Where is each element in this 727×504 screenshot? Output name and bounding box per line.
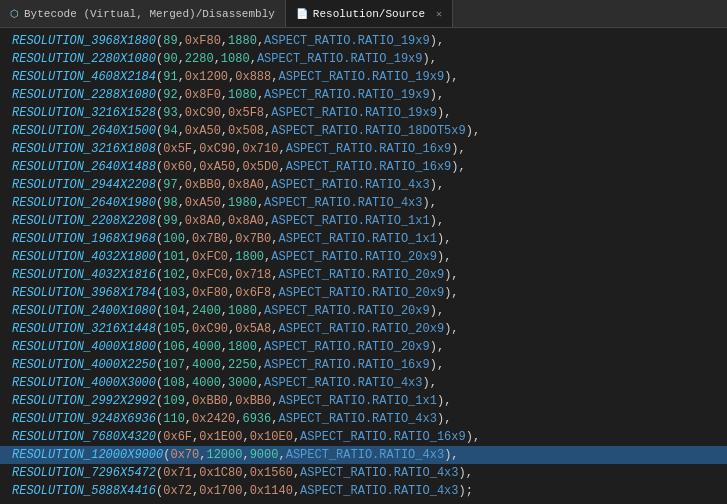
code-line: RESOLUTION_3216X1808(0x5F, 0xC90, 0x710,… [0, 140, 727, 158]
code-line: RESOLUTION_4032X1800(101, 0xFC0, 1800, A… [0, 248, 727, 266]
arg-hex: 0x8F0 [185, 86, 221, 104]
resolution-name: RESOLUTION_5888X4416 [12, 482, 156, 500]
arg-hex: 0x6F [163, 428, 192, 446]
arg-hex: 0xFC0 [192, 248, 228, 266]
arg-aspect: ASPECT_RATIO.RATIO_20x9 [278, 284, 444, 302]
arg-num: 108 [163, 374, 185, 392]
arg-hex: 0x10E0 [250, 428, 293, 446]
arg-hex: 0x508 [228, 122, 264, 140]
arg-hex: 0x5F8 [228, 104, 264, 122]
code-line: RESOLUTION_4608X2184(91, 0x1200, 0x888, … [0, 68, 727, 86]
arg-hex: 0x1560 [250, 464, 293, 482]
arg-aspect: ASPECT_RATIO.RATIO_19x9 [264, 86, 430, 104]
arg-num: 4000 [192, 338, 221, 356]
arg-hex: 0xF80 [185, 32, 221, 50]
arg-num: 90 [163, 50, 177, 68]
close-icon[interactable]: ✕ [436, 8, 442, 20]
arg-num: 93 [163, 104, 177, 122]
resolution-name: RESOLUTION_1968X1968 [12, 230, 156, 248]
arg-aspect: ASPECT_RATIO.RATIO_1x1 [271, 212, 429, 230]
code-line: RESOLUTION_9248X6936(110, 0x2420, 6936, … [0, 410, 727, 428]
arg-aspect: ASPECT_RATIO.RATIO_16x9 [264, 356, 430, 374]
arg-aspect: ASPECT_RATIO.RATIO_19x9 [257, 50, 423, 68]
arg-hex: 0xBB0 [192, 392, 228, 410]
arg-hex: 0x1700 [199, 482, 242, 500]
resolution-name: RESOLUTION_3216X1528 [12, 104, 156, 122]
arg-num: 6936 [242, 410, 271, 428]
arg-hex: 0x5F [163, 140, 192, 158]
tab-resolution[interactable]: 📄 Resolution/Source ✕ [286, 0, 453, 27]
arg-hex: 0xC90 [185, 104, 221, 122]
resolution-name: RESOLUTION_2640X1980 [12, 194, 156, 212]
arg-aspect: ASPECT_RATIO.RATIO_20x9 [278, 266, 444, 284]
code-area: RESOLUTION_3968X1880(89, 0xF80, 1880, AS… [0, 28, 727, 504]
resolution-name: RESOLUTION_4000X2250 [12, 356, 156, 374]
code-line: RESOLUTION_1968X1968(100, 0x7B0, 0x7B0, … [0, 230, 727, 248]
arg-hex: 0xFC0 [192, 266, 228, 284]
resolution-name: RESOLUTION_2400X1080 [12, 302, 156, 320]
code-line: RESOLUTION_3216X1528(93, 0xC90, 0x5F8, A… [0, 104, 727, 122]
arg-aspect: ASPECT_RATIO.RATIO_18DOT5x9 [271, 122, 465, 140]
arg-num: 1980 [228, 194, 257, 212]
resolution-name: RESOLUTION_2640X1500 [12, 122, 156, 140]
resolution-name: RESOLUTION_4608X2184 [12, 68, 156, 86]
tab-bytecode-label: Bytecode (Virtual, Merged)/Disassembly [24, 8, 275, 20]
arg-hex: 0x1C80 [199, 464, 242, 482]
tab-resolution-label: Resolution/Source [313, 8, 425, 20]
arg-aspect: ASPECT_RATIO.RATIO_4x3 [264, 374, 422, 392]
arg-hex: 0x5D0 [242, 158, 278, 176]
arg-num: 92 [163, 86, 177, 104]
resolution-name: RESOLUTION_3216X1808 [12, 140, 156, 158]
arg-num: 1800 [235, 248, 264, 266]
code-line: RESOLUTION_4000X1800(106, 4000, 1800, AS… [0, 338, 727, 356]
arg-hex: 0xF80 [192, 284, 228, 302]
arg-hex: 0xBB0 [185, 176, 221, 194]
arg-hex: 0x6F8 [235, 284, 271, 302]
arg-hex: 0x8A0 [185, 212, 221, 230]
arg-hex: 0x2420 [192, 410, 235, 428]
arg-num: 102 [163, 266, 185, 284]
arg-num: 109 [163, 392, 185, 410]
arg-hex: 0x718 [235, 266, 271, 284]
arg-num: 105 [163, 320, 185, 338]
arg-num: 1880 [228, 32, 257, 50]
resolution-name: RESOLUTION_4000X1800 [12, 338, 156, 356]
resolution-name: RESOLUTION_4000X3000 [12, 374, 156, 392]
arg-num: 110 [163, 410, 185, 428]
arg-num: 2250 [228, 356, 257, 374]
arg-hex: 0x7B0 [235, 230, 271, 248]
arg-hex: 0xA50 [185, 122, 221, 140]
arg-num: 2400 [192, 302, 221, 320]
code-line: RESOLUTION_7680X4320(0x6F, 0x1E00, 0x10E… [0, 428, 727, 446]
resolution-icon: 📄 [296, 8, 308, 20]
resolution-name: RESOLUTION_3968X1880 [12, 32, 156, 50]
arg-num: 106 [163, 338, 185, 356]
arg-aspect: ASPECT_RATIO.RATIO_20x9 [278, 320, 444, 338]
code-line: RESOLUTION_2640X1488(0x60, 0xA50, 0x5D0,… [0, 158, 727, 176]
arg-num: 12000 [206, 446, 242, 464]
arg-hex: 0x888 [235, 68, 271, 86]
arg-num: 107 [163, 356, 185, 374]
tab-bar: ⬡ Bytecode (Virtual, Merged)/Disassembly… [0, 0, 727, 28]
arg-aspect: ASPECT_RATIO.RATIO_1x1 [278, 392, 436, 410]
arg-num: 4000 [192, 356, 221, 374]
arg-aspect: ASPECT_RATIO.RATIO_4x3 [271, 176, 429, 194]
arg-hex: 0x1140 [250, 482, 293, 500]
arg-hex: 0x60 [163, 158, 192, 176]
resolution-name: RESOLUTION_2280X1080 [12, 50, 156, 68]
arg-aspect: ASPECT_RATIO.RATIO_16x9 [286, 158, 452, 176]
resolution-name: RESOLUTION_7680X4320 [12, 428, 156, 446]
code-line: RESOLUTION_3216X1448(105, 0xC90, 0x5A8, … [0, 320, 727, 338]
code-line: RESOLUTION_4032X1816(102, 0xFC0, 0x718, … [0, 266, 727, 284]
arg-hex: 0x710 [242, 140, 278, 158]
arg-hex: 0x7B0 [192, 230, 228, 248]
resolution-name: RESOLUTION_4032X1800 [12, 248, 156, 266]
code-line: RESOLUTION_2208X2208(99, 0x8A0, 0x8A0, A… [0, 212, 727, 230]
tab-bytecode[interactable]: ⬡ Bytecode (Virtual, Merged)/Disassembly [0, 0, 286, 27]
arg-num: 2280 [185, 50, 214, 68]
arg-aspect: ASPECT_RATIO.RATIO_16x9 [300, 428, 466, 446]
arg-hex: 0x71 [163, 464, 192, 482]
arg-num: 91 [163, 68, 177, 86]
code-line: RESOLUTION_2288X1080(92, 0x8F0, 1080, AS… [0, 86, 727, 104]
arg-num: 4000 [192, 374, 221, 392]
